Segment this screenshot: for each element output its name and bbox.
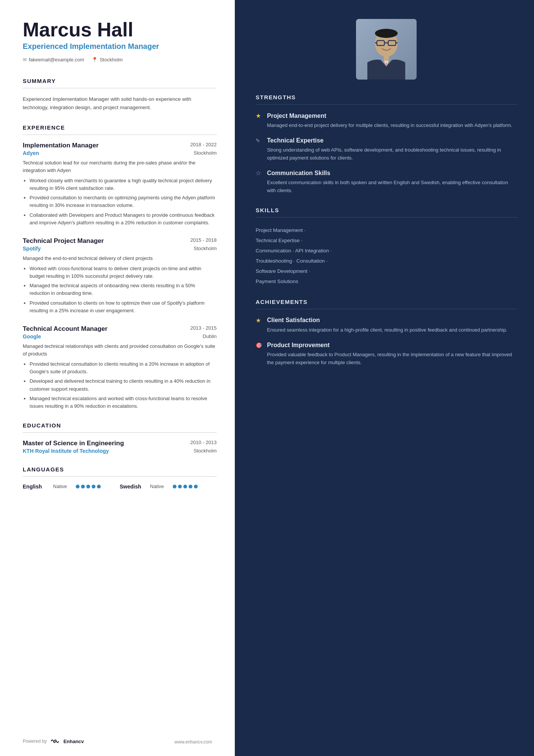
education-divider	[23, 432, 217, 433]
strengths-title: STRENGTHS	[256, 94, 517, 100]
skill-line-6: Payment Solutions	[256, 276, 517, 286]
left-column: Marcus Hall Experienced Implementation M…	[0, 0, 235, 756]
exp-location-3: Dublin	[203, 333, 217, 340]
right-column: STRENGTHS ★ Project Management Managed e…	[235, 0, 534, 756]
bullet-3-2: Developed and delivered technical traini…	[30, 377, 217, 393]
exp-location-1: Stockholm	[194, 150, 217, 156]
photo-svg	[356, 19, 417, 80]
header-section: Marcus Hall Experienced Implementation M…	[23, 19, 217, 63]
photo-area	[256, 19, 517, 80]
experience-section: EXPERIENCE Implementation Manager 2018 -…	[23, 124, 217, 410]
achievements-divider	[256, 309, 517, 309]
strengths-divider	[256, 104, 517, 105]
experience-divider	[23, 135, 217, 135]
exp-bullets-2: Worked with cross-functional teams to de…	[23, 265, 217, 315]
experience-title: EXPERIENCE	[23, 124, 217, 131]
bullet-3-1: Provided technical consultation to clien…	[30, 360, 217, 376]
strength-title-1: Project Management	[267, 113, 326, 119]
enhancv-logo-icon	[50, 738, 60, 745]
strength-item-2: ✎ Technical Expertise Strong understandi…	[256, 137, 517, 162]
edu-entry-1: Master of Science in Engineering 2010 - …	[23, 440, 217, 454]
achievement-header-1: ★ Client Satisfaction	[256, 317, 517, 324]
lang-dots-english	[76, 485, 101, 488]
location-contact: 📍 Stockholm	[92, 57, 123, 63]
exp-header-2: Technical Project Manager 2015 - 2018	[23, 237, 217, 245]
strength-header-3: ☆ Communication Skills	[256, 169, 517, 177]
achievement-item-2: 🎯 Product Improvement Provided valuable …	[256, 342, 517, 367]
svg-point-8	[375, 29, 398, 38]
strength-title-2: Technical Expertise	[267, 137, 323, 144]
email-contact: ✉ fakeemail@example.com	[23, 57, 84, 63]
achievements-section: ACHIEVEMENTS ★ Client Satisfaction Ensur…	[256, 299, 517, 366]
dot-e-5	[97, 485, 101, 488]
edu-date-1: 2010 - 2013	[190, 440, 217, 445]
achievement-star-icon-1: ★	[256, 317, 263, 324]
achievement-text-2: Provided valuable feedback to Product Ma…	[256, 351, 517, 367]
lang-name-english: English	[23, 484, 49, 490]
exp-date-2: 2015 - 2018	[190, 237, 217, 243]
edu-header-1: Master of Science in Engineering 2010 - …	[23, 440, 217, 447]
exp-entry-2: Technical Project Manager 2015 - 2018 Sp…	[23, 237, 217, 315]
exp-description-1: Technical solution lead for our merchant…	[23, 159, 217, 174]
skill-line-3: Communication · API Integration ·	[256, 246, 517, 256]
edu-institution-1: KTH Royal Institute of Technology	[23, 448, 109, 454]
skill-line-4: Troubleshooting · Consultation ·	[256, 256, 517, 266]
edu-location-1: Stockholm	[194, 448, 217, 454]
edu-degree-1: Master of Science in Engineering	[23, 440, 124, 447]
achievement-title-2: Product Improvement	[267, 342, 329, 349]
exp-role-1: Implementation Manager	[23, 142, 98, 149]
languages-divider	[23, 476, 217, 477]
exp-company-2: Spotify	[23, 246, 41, 252]
achievements-title: ACHIEVEMENTS	[256, 299, 517, 305]
lang-level-swedish: Native	[150, 484, 169, 489]
bullet-2-3: Provided consultation to clients on how …	[30, 299, 217, 315]
exp-company-3: Google	[23, 333, 41, 340]
exp-header-1: Implementation Manager 2018 - 2022	[23, 142, 217, 149]
dot-s-2	[178, 485, 182, 488]
exp-date-1: 2018 - 2022	[190, 142, 217, 147]
strength-star-outline-icon-3: ☆	[256, 169, 263, 177]
brand-name: Enhancv	[63, 739, 84, 744]
email-value: fakeemail@example.com	[29, 57, 84, 63]
strength-header-1: ★ Project Management	[256, 112, 517, 119]
languages-row: English Native Swedish Native	[23, 484, 217, 490]
dot-e-4	[92, 485, 95, 488]
summary-section: SUMMARY Experienced Implementation Manag…	[23, 78, 217, 112]
bullet-2-2: Managed the technical aspects of onboard…	[30, 282, 217, 297]
education-title: EDUCATION	[23, 422, 217, 429]
location-icon: 📍	[92, 57, 98, 63]
exp-bullets-1: Worked closely with merchants to guarant…	[23, 177, 217, 227]
exp-company-row-2: Spotify Stockholm	[23, 246, 217, 252]
bullet-1-1: Worked closely with merchants to guarant…	[30, 177, 217, 192]
powered-by-text: Powered by	[23, 739, 47, 744]
candidate-photo	[356, 19, 417, 80]
lang-level-english: Native	[53, 484, 72, 489]
lang-dots-swedish	[173, 485, 198, 488]
dot-s-5	[194, 485, 198, 488]
lang-name-swedish: Swedish	[120, 484, 146, 490]
exp-role-2: Technical Project Manager	[23, 237, 104, 245]
summary-text: Experienced Implementation Manager with …	[23, 95, 217, 112]
strength-item-1: ★ Project Management Managed end-to-end …	[256, 112, 517, 130]
exp-role-3: Technical Account Manager	[23, 325, 108, 333]
contact-row: ✉ fakeemail@example.com 📍 Stockholm	[23, 57, 217, 63]
skills-grid: Project Management · Technical Expertise…	[256, 225, 517, 286]
exp-entry-3: Technical Account Manager 2013 - 2015 Go…	[23, 325, 217, 410]
dot-s-1	[173, 485, 176, 488]
dot-e-1	[76, 485, 80, 488]
strength-text-3: Excellent communication skills in both s…	[256, 179, 517, 195]
location-value: Stockholm	[100, 57, 123, 63]
exp-bullets-3: Provided technical consultation to clien…	[23, 360, 217, 410]
dot-e-2	[81, 485, 85, 488]
strengths-section: STRENGTHS ★ Project Management Managed e…	[256, 94, 517, 195]
summary-divider	[23, 88, 217, 88]
skill-line-5: Software Development ·	[256, 266, 517, 276]
strength-text-1: Managed end-to-end project delivery for …	[256, 122, 517, 130]
achievement-title-1: Client Satisfaction	[267, 317, 320, 324]
bullet-2-1: Worked with cross-functional teams to de…	[30, 265, 217, 280]
email-icon: ✉	[23, 57, 27, 63]
language-swedish: Swedish Native	[120, 484, 217, 490]
footer-website: www.enhancv.com	[175, 739, 212, 745]
exp-description-3: Managed technical relationships with cli…	[23, 343, 217, 358]
exp-header-3: Technical Account Manager 2013 - 2015	[23, 325, 217, 333]
